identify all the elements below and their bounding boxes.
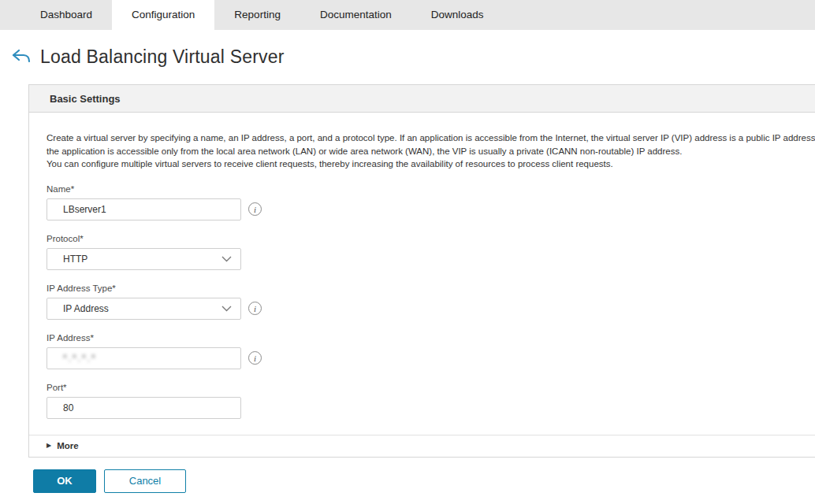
protocol-label: Protocol* <box>47 234 815 243</box>
more-expander[interactable]: ▶ More <box>29 435 815 457</box>
port-label: Port* <box>47 383 815 392</box>
panel-title: Basic Settings <box>50 93 121 105</box>
basic-settings-panel: Basic Settings Create a virtual server b… <box>28 84 815 458</box>
ip-address-type-select[interactable]: IP Address <box>47 298 241 320</box>
port-input[interactable] <box>47 397 241 419</box>
ip-address-type-row: IP Address i <box>47 298 815 320</box>
tab-downloads[interactable]: Downloads <box>411 0 504 30</box>
info-icon[interactable]: i <box>248 202 262 216</box>
info-icon[interactable]: i <box>248 351 262 365</box>
ip-address-type-selected-value: IP Address <box>63 303 109 314</box>
tab-configuration[interactable]: Configuration <box>112 0 214 30</box>
back-arrow-icon[interactable] <box>10 46 32 68</box>
panel-body: Create a virtual server by specifying a … <box>29 113 815 435</box>
protocol-select[interactable]: HTTP <box>47 248 241 270</box>
ip-address-type-label: IP Address Type* <box>47 284 815 293</box>
description-line-1: Create a virtual server by specifying a … <box>47 132 815 145</box>
name-label: Name* <box>47 184 815 194</box>
ip-address-input[interactable]: *.*.*.* <box>47 347 241 369</box>
ip-address-label: IP Address* <box>47 333 815 343</box>
description-line-2: the application is accessible only from … <box>47 145 815 158</box>
name-row: i <box>47 198 815 220</box>
info-icon[interactable]: i <box>248 302 262 315</box>
ok-button[interactable]: OK <box>33 469 96 493</box>
name-input[interactable] <box>47 198 241 220</box>
ip-address-redacted-value: *.*.*.* <box>63 353 97 364</box>
page-title: Load Balancing Virtual Server <box>40 46 285 68</box>
protocol-selected-value: HTTP <box>63 254 87 265</box>
more-label: More <box>57 441 78 450</box>
ip-address-row: *.*.*.* i <box>47 347 815 369</box>
top-nav: Dashboard Configuration Reporting Docume… <box>0 0 815 30</box>
description-line-3: You can configure multiple virtual serve… <box>47 158 815 171</box>
chevron-down-icon <box>221 303 232 314</box>
action-bar: OK Cancel <box>33 469 815 493</box>
port-row <box>47 397 815 419</box>
chevron-down-icon <box>221 254 232 265</box>
cancel-button[interactable]: Cancel <box>104 469 186 493</box>
protocol-row: HTTP <box>47 248 815 270</box>
panel-header: Basic Settings <box>29 85 815 113</box>
page-header: Load Balancing Virtual Server <box>10 46 815 68</box>
tab-documentation[interactable]: Documentation <box>300 0 411 30</box>
caret-right-icon: ▶ <box>47 443 51 449</box>
tab-dashboard[interactable]: Dashboard <box>20 0 112 30</box>
tab-reporting[interactable]: Reporting <box>214 0 300 30</box>
